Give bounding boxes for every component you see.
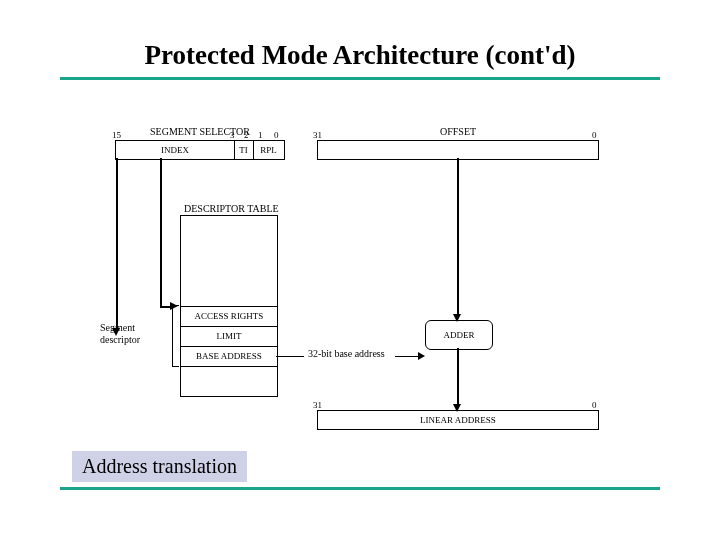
base-address-row: BASE ADDRESS (181, 346, 277, 366)
segment-selector-box: INDEX TI RPL (115, 140, 285, 160)
linear-address-text: LINEAR ADDRESS (318, 411, 598, 429)
access-rights-row: ACCESS RIGHTS (181, 306, 277, 326)
caption-text: Address translation (82, 455, 237, 477)
index-field: INDEX (116, 141, 234, 159)
selector-bit-2: 2 (244, 130, 249, 140)
adder-box: ADDER (425, 320, 493, 350)
segment-descriptor-label-2: descriptor (100, 334, 140, 345)
base-address-label: 32-bit base address (308, 348, 385, 359)
descriptor-table-box: ACCESS RIGHTS LIMIT BASE ADDRESS (180, 215, 278, 397)
offset-box (317, 140, 599, 160)
caption-box: Address translation (72, 451, 247, 482)
arrow-right-icon-2 (418, 352, 425, 360)
selector-bit-3: 3 (230, 130, 235, 140)
offset-title: OFFSET (440, 126, 476, 137)
arrow-down-icon (112, 328, 120, 336)
selector-bit-0: 0 (274, 130, 279, 140)
line-offset-down (457, 158, 459, 318)
brace-icon (172, 305, 179, 367)
linear-bit-0: 0 (592, 400, 597, 410)
linear-bit-31: 31 (313, 400, 322, 410)
bottom-rule (60, 487, 660, 490)
arrow-down-icon-3 (453, 404, 461, 412)
line-into-table (160, 306, 172, 308)
line-index-down (160, 158, 162, 306)
selector-bit-15: 15 (112, 130, 121, 140)
line-adder-down (457, 348, 459, 408)
line-base-1 (276, 356, 304, 357)
diagram-canvas: SEGMENT SELECTOR 15 3 2 1 0 INDEX TI RPL… (90, 110, 620, 450)
top-rule (60, 77, 660, 80)
ti-field: TI (234, 141, 253, 159)
descriptor-table-title: DESCRIPTOR TABLE (184, 203, 279, 214)
slide-title: Protected Mode Architecture (cont'd) (0, 0, 720, 77)
rpl-field: RPL (253, 141, 284, 159)
linear-address-box: LINEAR ADDRESS (317, 410, 599, 430)
offset-bit-31: 31 (313, 130, 322, 140)
limit-row: LIMIT (181, 326, 277, 346)
offset-bit-0: 0 (592, 130, 597, 140)
selector-bit-1: 1 (258, 130, 263, 140)
line-index-down2 (116, 158, 118, 330)
arrow-down-icon-2 (453, 314, 461, 322)
